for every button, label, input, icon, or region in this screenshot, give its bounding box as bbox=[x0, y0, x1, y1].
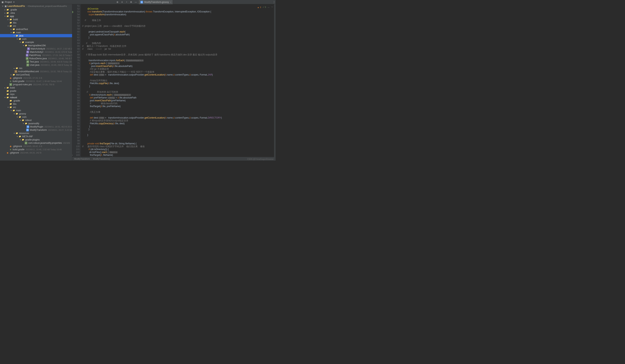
error-stripe[interactable] bbox=[274, 4, 276, 161]
tree-node[interactable]: ·KMainActivity22023/8/11, 15:32, 670 B T… bbox=[0, 50, 72, 54]
tree-node[interactable]: ▸📁build bbox=[0, 86, 72, 89]
tree-node[interactable]: ▾📁resources bbox=[0, 131, 72, 135]
collapse-icon[interactable]: ÷ bbox=[125, 0, 128, 4]
chevron-right-icon: › bbox=[91, 158, 92, 160]
tree-node[interactable]: ·GModifyTransform2023/8/11, 20:27, 5.22 … bbox=[0, 128, 72, 131]
tree-node[interactable]: ·JTest.java2023/8/11, 16:49, 416 B Today… bbox=[0, 60, 72, 63]
folder-icon: ▣ bbox=[1, 1, 4, 3]
tree-node[interactable]: ▸📁test [unitTest] bbox=[0, 73, 72, 76]
tree-node[interactable]: ▾📁com bbox=[0, 37, 72, 40]
chevron-down-icon[interactable]: ▾ bbox=[1, 5, 4, 7]
tree-node[interactable]: ▾📁app bbox=[0, 15, 72, 18]
tree-node[interactable]: ·JUser.java2023/8/11, 16:49, 298 B Today… bbox=[0, 63, 72, 66]
more-icon[interactable]: ⋮ bbox=[273, 0, 276, 4]
target-icon[interactable]: ⊕ bbox=[116, 0, 119, 4]
project-dropdown[interactable]: ▣ Project ▼ bbox=[0, 1, 16, 3]
breadcrumb[interactable]: ModifyTransform › ModifyTransform() CSDN… bbox=[72, 157, 276, 161]
tree-node[interactable]: ▾📁src bbox=[0, 106, 72, 109]
tree-node[interactable]: ·GModifyPlugin2023/8/11, 18:31, 452 B 20… bbox=[0, 125, 72, 128]
tree-node[interactable]: ▸📁.gradle bbox=[0, 8, 72, 11]
code-area[interactable]: @Override void transform(TransformInvoca… bbox=[81, 4, 276, 157]
tree-node[interactable]: ▸📁androidTest bbox=[0, 28, 72, 31]
tree-node[interactable]: ·◆.gitignore2023/8/5, 08:42, 6 B bbox=[0, 145, 72, 148]
tree-node[interactable]: ·📁libs bbox=[0, 102, 72, 106]
close-icon[interactable]: × bbox=[170, 1, 171, 3]
tree-node[interactable]: ▾📁groovy bbox=[0, 112, 72, 115]
tree-node[interactable]: ·◉build.gradle2023/8/11, 15:47, 1.38 kB … bbox=[0, 80, 72, 83]
tab-label: ModifyTransform.groovy bbox=[144, 1, 169, 3]
project-label: Project bbox=[5, 1, 12, 3]
tree-node[interactable]: ·pproguard-rules.pro2022/4/6, 07:20, 750… bbox=[0, 83, 72, 86]
tree-node[interactable]: ▾📁com bbox=[0, 115, 72, 119]
tree-node[interactable]: ·JRobusDemo.java2023/8/11, 16:49, 745 B … bbox=[0, 57, 72, 60]
tree-node[interactable]: ▾📁main bbox=[0, 31, 72, 34]
tree-node[interactable]: ·◆.gitignore2022/4/6, 07:20, 6 B bbox=[0, 76, 72, 80]
tree-node[interactable]: ·📁libs bbox=[0, 21, 72, 24]
project-tree[interactable]: ▾ ▣ LearnRobustFix ~/Desktop/android_pro… bbox=[0, 4, 72, 161]
tree-node[interactable]: ·KMainActivity.kt2023/8/11, 18:27, 2.62 … bbox=[0, 47, 72, 50]
nav-up-icon[interactable]: ︿ bbox=[268, 6, 270, 9]
breadcrumb-class[interactable]: ModifyTransform bbox=[74, 158, 90, 160]
tree-node[interactable]: ·📁.gradle bbox=[0, 99, 72, 102]
tree-node[interactable]: ▾📁robust bbox=[0, 119, 72, 122]
top-toolbar: ▣ Project ▼ ⊕ ≡ ÷ ⚙ — G ModifyTransform.… bbox=[0, 0, 276, 4]
tree-node[interactable]: ▾📁javamodify bbox=[0, 122, 72, 125]
ok-icon[interactable]: ✓ 6 bbox=[263, 6, 266, 8]
tree-node[interactable]: ·pcom.robust.javamodify.properties2023/8… bbox=[0, 141, 72, 145]
tree-node[interactable]: ·◉build.gradle2023/8/11, 15:45, 2.02 kB … bbox=[0, 148, 72, 151]
nav-down-icon[interactable]: ﹀ bbox=[271, 6, 273, 9]
tree-node[interactable]: ▾📁src bbox=[0, 24, 72, 28]
tree-node[interactable]: ·XAndroidManifest.xml2023/8/11, 15:32, 7… bbox=[0, 70, 72, 73]
watermark: CSDN @ChinaDragonDreamer bbox=[247, 158, 274, 160]
groovy-icon: G bbox=[140, 1, 143, 3]
expand-icon[interactable]: ≡ bbox=[121, 0, 124, 4]
tree-node[interactable]: ·📁repo bbox=[0, 92, 72, 96]
tree-node[interactable]: ▸📁.idea bbox=[0, 11, 72, 15]
tree-node[interactable]: ▾📁learngradlew10kt bbox=[0, 44, 72, 47]
code-editor[interactable]: 515253⬤545556575859606162636465666768697… bbox=[72, 4, 276, 157]
project-name: LearnRobustFix bbox=[7, 5, 25, 7]
tree-node[interactable]: ▾📁example bbox=[0, 40, 72, 44]
tree-node[interactable]: ▸📁build bbox=[0, 18, 72, 21]
minimize-icon[interactable]: — bbox=[134, 0, 137, 4]
project-root[interactable]: ▾ ▣ LearnRobustFix ~/Desktop/android_pro… bbox=[0, 4, 72, 8]
chevron-down-icon: ▼ bbox=[13, 1, 15, 3]
project-icon: ▣ bbox=[5, 5, 7, 7]
tree-node[interactable]: ·📁gradle bbox=[0, 89, 72, 92]
tree-node[interactable]: ▾📁gradle-plugins bbox=[0, 138, 72, 141]
project-path: ~/Desktop/android_project/LearnRobustFix bbox=[27, 5, 67, 7]
gear-icon[interactable]: ⚙ bbox=[130, 0, 133, 4]
tree-node[interactable]: ▾📁META-INF bbox=[0, 135, 72, 138]
tree-node[interactable]: ·◆.gitignore2022/4/8, 09:20, 242 B bbox=[0, 151, 72, 154]
warning-icon[interactable]: ▲ 3 bbox=[257, 6, 261, 8]
tree-node[interactable]: ▾📁robust bbox=[0, 96, 72, 99]
editor-tab[interactable]: G ModifyTransform.groovy × bbox=[139, 0, 173, 4]
tree-node[interactable]: ·KPatchProxy2023/8/11, 17:23, 341 B Toda… bbox=[0, 54, 72, 57]
breadcrumb-method[interactable]: ModifyTransform() bbox=[93, 158, 110, 160]
tree-node[interactable]: ▾📁main bbox=[0, 109, 72, 112]
tree-node[interactable]: ▸📁res bbox=[0, 66, 72, 70]
inspection-status: ▲ 3 ✓ 6 ︿ ﹀ bbox=[257, 6, 273, 9]
tree-node[interactable]: ▾📁java bbox=[0, 34, 72, 37]
line-gutter: 515253⬤545556575859606162636465666768697… bbox=[72, 4, 81, 157]
